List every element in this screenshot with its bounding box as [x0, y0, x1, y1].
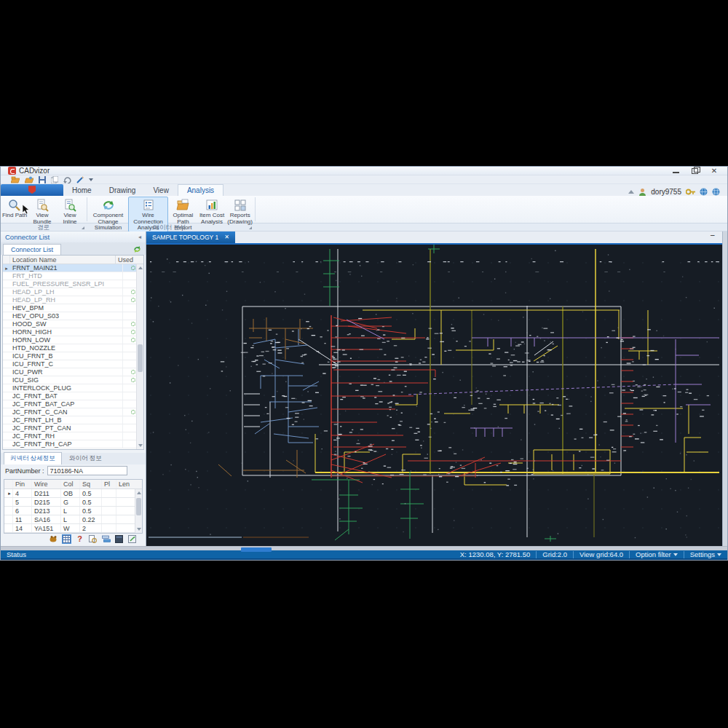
scroll-thumb[interactable] — [136, 498, 141, 515]
col-col[interactable]: Col — [61, 480, 80, 488]
connector-panel-tabs: Connector List — [1, 242, 146, 255]
connector-row-ICU_FRNT_B[interactable]: ICU_FRNT_B — [3, 352, 143, 360]
pin-cell: OB — [61, 489, 80, 497]
scroll-thumb[interactable] — [138, 344, 143, 372]
dock-arrow-icon[interactable]: ◂ — [138, 234, 141, 240]
undo-icon[interactable] — [63, 176, 71, 183]
col-location-name[interactable]: Location Name — [10, 256, 116, 264]
connector-row-HORN_LOW[interactable]: HORN_LOW — [3, 336, 143, 344]
settings-button[interactable]: Settings — [690, 550, 721, 558]
caret-down-icon — [717, 553, 721, 556]
component-tool-icon[interactable] — [49, 534, 58, 544]
find-path-button[interactable]: Find Path — [1, 197, 28, 220]
zoom-doc-icon[interactable] — [88, 534, 98, 544]
about-globe-icon[interactable] — [712, 188, 720, 196]
connector-row-JC_FRNT_RH_CAP[interactable]: JC_FRNT_RH_CAP — [3, 440, 143, 448]
restore-icon[interactable] — [691, 167, 700, 175]
connector-row-HOOD_SW[interactable]: HOOD_SW — [3, 320, 143, 328]
horizontal-scrollbar[interactable] — [1, 546, 727, 550]
col-wire[interactable]: Wire — [32, 480, 61, 488]
tab-connector-detail[interactable]: 커넥터 상세정보 — [4, 452, 62, 464]
row-marker — [3, 400, 10, 408]
qat-more-caret-icon[interactable] — [89, 178, 93, 181]
tab-analysis[interactable]: Analysis — [178, 184, 223, 196]
pane-minimize-icon[interactable]: – — [711, 233, 716, 239]
help-globe-icon[interactable] — [700, 188, 708, 196]
connector-row-ICU_FRNT_C[interactable]: ICU_FRNT_C — [3, 360, 143, 368]
detail-tabs: 커넥터 상세정보 와이어 정보 — [1, 453, 146, 464]
connector-row-JC_FRNT_BAT[interactable]: JC_FRNT_BAT — [3, 392, 143, 400]
layers-icon[interactable] — [101, 534, 111, 544]
connector-row-HEAD_LP_LH[interactable]: HEAD_LP_LH — [3, 288, 143, 296]
copy-icon[interactable] — [51, 176, 58, 183]
connector-row-ICU_SIG[interactable]: ICU_SIG — [3, 376, 143, 384]
tab-wire-info[interactable]: 와이어 정보 — [63, 453, 108, 464]
connector-row-HEV_OPU_S03[interactable]: HEV_OPU_S03 — [3, 312, 143, 320]
scroll-up-icon[interactable] — [138, 266, 143, 269]
view-inline-button[interactable]: View Inline — [56, 197, 84, 226]
pin-row-11[interactable]: 11SA16L0.22 — [4, 515, 142, 524]
close-icon[interactable]: ✕ — [710, 167, 719, 175]
connector-row-JC_FRNT_LH_B[interactable]: JC_FRNT_LH_B — [3, 416, 143, 424]
option-filter-button[interactable]: Option filter — [636, 550, 678, 558]
part-number-field[interactable] — [47, 466, 127, 475]
connector-row-FRT_HTD[interactable]: FRT_HTD — [3, 272, 143, 280]
grid-view-icon[interactable] — [62, 534, 71, 544]
key-icon[interactable] — [686, 189, 695, 195]
drawing-canvas[interactable] — [146, 245, 722, 546]
col-sq[interactable]: Sq — [80, 480, 102, 488]
minimize-icon[interactable] — [672, 167, 681, 175]
pin-row-4[interactable]: ▸4D211OB0.5 — [4, 489, 142, 498]
col-pl[interactable]: Pl — [102, 480, 116, 488]
connector-row-FRNT_MAIN21[interactable]: ▸FRNT_MAIN21 — [3, 264, 143, 272]
tab-home[interactable]: Home — [63, 185, 100, 196]
hscroll-thumb[interactable] — [241, 547, 272, 552]
refresh-icon[interactable] — [133, 245, 141, 253]
pin-scrollbar[interactable] — [135, 489, 142, 533]
dialog-launcher-icon-2[interactable] — [249, 226, 252, 229]
connector-row-JC_FRNT_RH[interactable]: JC_FRNT_RH — [3, 432, 143, 440]
used-ring-icon — [131, 266, 135, 270]
connector-row-INTERLOCK_PLUG[interactable]: INTERLOCK_PLUG — [3, 384, 143, 392]
help-question-icon[interactable]: ? — [75, 534, 84, 544]
connector-name: HTD_NOZZLE — [10, 344, 123, 352]
save-icon[interactable] — [39, 176, 46, 183]
col-len[interactable]: Len — [116, 480, 142, 488]
window-view-icon[interactable] — [114, 534, 124, 544]
connector-row-HORN_HIGH[interactable]: HORN_HIGH — [3, 328, 143, 336]
ribbon-collapse-icon[interactable] — [628, 190, 634, 194]
scroll-down-icon[interactable] — [138, 444, 143, 447]
connector-row-HEAD_LP_RH[interactable]: HEAD_LP_RH — [3, 296, 143, 304]
view-bundle-button[interactable]: View Bundle — [28, 197, 56, 226]
dialog-launcher-icon[interactable] — [82, 226, 84, 229]
connector-row-ICU_PWR[interactable]: ICU_PWR — [3, 368, 143, 376]
tab-close-icon[interactable]: ✕ — [224, 234, 229, 240]
connector-row-JC_FRNT_BAT_CAP[interactable]: JC_FRNT_BAT_CAP — [3, 400, 143, 408]
document-tab[interactable]: SAMPLE TOPOLOGY 1 ✕ — [146, 232, 235, 243]
export-icon[interactable] — [127, 534, 137, 544]
connector-row-HEV_BPM[interactable]: HEV_BPM — [3, 304, 143, 312]
scroll-down-icon[interactable] — [137, 528, 141, 531]
import-icon[interactable] — [25, 176, 33, 183]
connector-row-JC_FRNT_C_CAN[interactable]: JC_FRNT_C_CAN — [3, 408, 143, 416]
item-cost-analysis-button[interactable]: Item Cost Analysis — [198, 197, 226, 226]
app-menu-button[interactable] — [1, 184, 63, 196]
connector-row-HTD_NOZZLE[interactable]: HTD_NOZZLE — [3, 344, 143, 352]
pin-cell — [102, 489, 116, 497]
pin-row-5[interactable]: 5D215G0.5 — [4, 498, 142, 507]
pin-row-6[interactable]: 6D213L0.5 — [4, 507, 142, 515]
open-icon[interactable] — [11, 176, 20, 183]
tab-view[interactable]: View — [144, 185, 178, 196]
connector-scrollbar[interactable] — [136, 264, 143, 449]
scroll-up-icon[interactable] — [137, 491, 141, 494]
pen-icon[interactable] — [76, 176, 84, 183]
reports-drawing-button[interactable]: Reports (Drawing) — [226, 197, 254, 226]
connector-row-JC_FRNT_PT_CAN[interactable]: JC_FRNT_PT_CAN — [3, 424, 143, 432]
col-pin[interactable]: Pin — [13, 480, 32, 488]
connector-row-FUEL_PRESSURE_SNSR_LPI[interactable]: FUEL_PRESSURE_SNSR_LPI — [3, 280, 143, 288]
connector-list-tab[interactable]: Connector List — [3, 244, 61, 255]
col-used[interactable]: Used — [116, 256, 143, 264]
row-marker — [3, 288, 10, 296]
tab-drawing[interactable]: Drawing — [100, 185, 145, 196]
pin-row-14[interactable]: 14YA151W2 — [4, 524, 142, 533]
